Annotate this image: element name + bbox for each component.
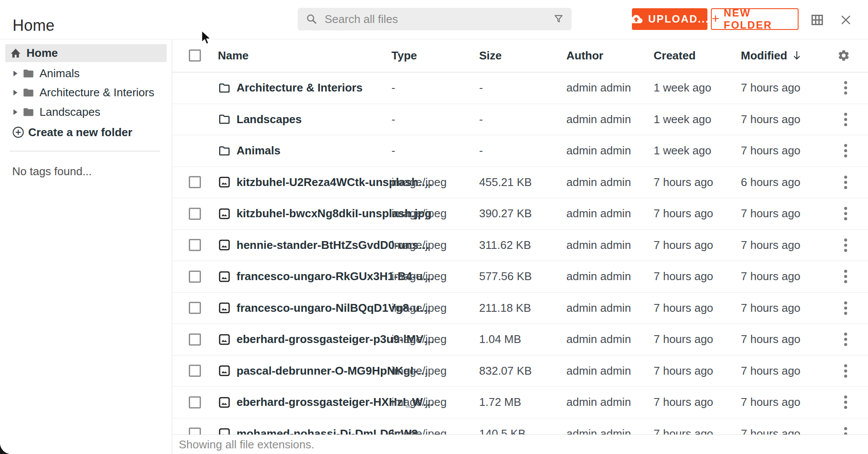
row-checkbox[interactable] bbox=[189, 208, 201, 220]
row-checkbox[interactable] bbox=[189, 271, 201, 283]
row-type: image/jpeg bbox=[391, 176, 447, 189]
chevron-right-icon[interactable] bbox=[13, 109, 18, 115]
table-header: Name Type Size Author Created Modified bbox=[172, 39, 868, 72]
table-row[interactable]: hennie-stander-BtHtZsGvdD0-uns… image/jp… bbox=[172, 230, 868, 261]
row-created: 7 hours ago bbox=[654, 301, 713, 315]
row-type: image/jpeg bbox=[391, 333, 447, 346]
folder-icon bbox=[218, 104, 230, 135]
select-all-checkbox[interactable] bbox=[189, 49, 201, 62]
plus-icon: + bbox=[712, 12, 720, 25]
kebab-icon bbox=[844, 113, 847, 126]
filter-icon[interactable] bbox=[552, 13, 565, 25]
row-size: - bbox=[479, 81, 483, 95]
home-icon bbox=[10, 48, 21, 59]
image-file-icon bbox=[218, 167, 230, 198]
table-row[interactable]: eberhard-grossgasteiger-HXHzI_W… image/j… bbox=[172, 387, 868, 418]
grid-view-icon bbox=[811, 14, 823, 26]
row-actions-menu[interactable] bbox=[839, 104, 852, 135]
row-actions-menu[interactable] bbox=[839, 167, 852, 198]
row-created: 7 hours ago bbox=[654, 238, 713, 252]
column-header-type[interactable]: Type bbox=[391, 39, 417, 72]
sidebar-folder-item[interactable]: Architecture & Interiors bbox=[0, 83, 172, 102]
new-folder-button[interactable]: + NEW FOLDER bbox=[711, 8, 799, 30]
table-row[interactable]: francesco-ungaro-RkGUx3H1-B4-u… image/jp… bbox=[172, 261, 868, 293]
table-row[interactable]: Architecture & Interiors - - admin admin… bbox=[172, 72, 868, 104]
row-created: 7 hours ago bbox=[654, 364, 713, 378]
search-bar[interactable] bbox=[298, 8, 572, 30]
row-size: 455.21 KB bbox=[479, 176, 532, 189]
row-size: - bbox=[479, 144, 483, 157]
search-input[interactable] bbox=[324, 12, 552, 26]
upload-button[interactable]: UPLOAD... bbox=[632, 8, 707, 30]
row-checkbox[interactable] bbox=[189, 176, 201, 188]
row-actions-menu[interactable] bbox=[839, 324, 852, 355]
row-type: - bbox=[391, 113, 395, 126]
column-header-size[interactable]: Size bbox=[479, 39, 502, 72]
chevron-right-icon[interactable] bbox=[13, 70, 18, 77]
row-author: admin admin bbox=[566, 81, 631, 95]
sidebar-home-label: Home bbox=[26, 46, 58, 60]
row-author: admin admin bbox=[566, 207, 631, 220]
top-bar: Home UPLOAD... + NEW FOLDER bbox=[0, 0, 868, 39]
sidebar-item-home[interactable]: Home bbox=[5, 44, 167, 62]
row-modified: 7 hours ago bbox=[741, 333, 800, 346]
row-actions-menu[interactable] bbox=[839, 261, 852, 292]
row-modified: 7 hours ago bbox=[741, 364, 800, 378]
column-header-author[interactable]: Author bbox=[566, 39, 603, 72]
row-checkbox[interactable] bbox=[189, 396, 201, 408]
file-table: Name Type Size Author Created Modified bbox=[172, 39, 868, 454]
row-actions-menu[interactable] bbox=[839, 293, 852, 324]
row-type: - bbox=[391, 81, 395, 95]
row-actions-menu[interactable] bbox=[839, 72, 852, 104]
row-created: 1 week ago bbox=[654, 144, 711, 157]
close-button[interactable] bbox=[839, 13, 852, 26]
row-author: admin admin bbox=[566, 395, 631, 409]
column-header-modified[interactable]: Modified bbox=[741, 39, 802, 72]
grid-view-toggle[interactable] bbox=[811, 13, 824, 26]
row-created: 7 hours ago bbox=[654, 176, 713, 189]
table-row[interactable]: kitzbuhel-bwcxNg8dkiI-unsplash.jpg image… bbox=[172, 198, 868, 230]
table-row[interactable]: Landscapes - - admin admin 1 week ago 7 … bbox=[172, 104, 868, 136]
folder-icon bbox=[23, 107, 34, 117]
row-checkbox[interactable] bbox=[189, 333, 201, 346]
row-author: admin admin bbox=[566, 301, 631, 315]
image-file-icon bbox=[218, 324, 230, 355]
row-checkbox[interactable] bbox=[189, 365, 201, 377]
kebab-icon bbox=[844, 270, 847, 283]
column-header-name[interactable]: Name bbox=[218, 39, 249, 72]
search-icon bbox=[306, 13, 318, 25]
column-header-created[interactable]: Created bbox=[654, 39, 696, 72]
table-settings-button[interactable] bbox=[834, 39, 854, 72]
gear-icon bbox=[837, 49, 850, 62]
table-row[interactable]: francesco-ungaro-NilBQqD1Vg8-u… image/jp… bbox=[172, 293, 868, 324]
table-row[interactable]: pascal-debrunner-O-MG9HpNKgI-… image/jpe… bbox=[172, 356, 868, 387]
row-author: admin admin bbox=[566, 364, 631, 378]
table-row[interactable]: kitzbuhel-U2Reza4WCtk-unsplash.… image/j… bbox=[172, 167, 868, 199]
row-checkbox[interactable] bbox=[189, 239, 201, 251]
row-checkbox[interactable] bbox=[189, 302, 201, 314]
kebab-icon bbox=[844, 81, 847, 95]
sidebar-folder-item[interactable]: Landscapes bbox=[0, 102, 172, 121]
row-actions-menu[interactable] bbox=[839, 198, 852, 229]
sidebar-folder-label: Architecture & Interiors bbox=[39, 86, 154, 99]
table-body: Architecture & Interiors - - admin admin… bbox=[172, 72, 868, 450]
table-row[interactable]: eberhard-grossgasteiger-p3u9-lMV… image/… bbox=[172, 324, 868, 356]
cloud-upload-icon bbox=[630, 14, 643, 24]
chevron-right-icon[interactable] bbox=[13, 89, 18, 96]
folder-icon bbox=[218, 135, 230, 167]
create-folder-button[interactable]: Create a new folder bbox=[0, 123, 172, 142]
upload-button-label: UPLOAD... bbox=[648, 13, 709, 25]
sidebar-folder-item[interactable]: Animals bbox=[0, 64, 172, 83]
row-type: image/jpeg bbox=[391, 364, 447, 378]
sidebar-divider bbox=[10, 151, 160, 151]
row-actions-menu[interactable] bbox=[839, 387, 852, 418]
row-size: - bbox=[479, 113, 483, 126]
row-actions-menu[interactable] bbox=[839, 356, 852, 387]
image-file-icon bbox=[218, 387, 230, 418]
row-type: image/jpeg bbox=[391, 207, 447, 220]
table-row[interactable]: Animals - - admin admin 1 week ago 7 hou… bbox=[172, 135, 868, 167]
row-actions-menu[interactable] bbox=[839, 135, 852, 167]
status-text: Showing all file extensions. bbox=[179, 438, 314, 451]
row-actions-menu[interactable] bbox=[839, 230, 852, 261]
row-created: 1 week ago bbox=[654, 113, 711, 126]
